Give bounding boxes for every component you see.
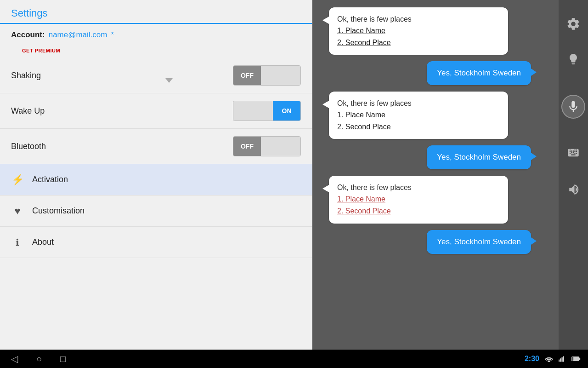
about-label: About bbox=[32, 237, 54, 247]
gear-button[interactable] bbox=[559, 6, 588, 42]
svg-rect-0 bbox=[559, 360, 560, 362]
keyboard-icon bbox=[566, 146, 581, 159]
account-label: Account: bbox=[11, 30, 45, 40]
svg-rect-5 bbox=[572, 357, 573, 361]
about-icon: ℹ bbox=[11, 237, 24, 248]
chat-messages: Ok, there is few places 1. Place Name 2.… bbox=[312, 0, 559, 350]
status-right: 2:30 bbox=[525, 355, 581, 363]
bluetooth-toggle-on-area[interactable] bbox=[261, 137, 300, 156]
nav-back-button[interactable]: ◁ bbox=[7, 351, 22, 366]
status-time: 2:30 bbox=[525, 355, 539, 363]
wakeup-toggle-off-area[interactable] bbox=[233, 101, 273, 121]
svg-rect-1 bbox=[560, 358, 561, 362]
bubble-text-1: Ok, there is few places bbox=[337, 15, 412, 23]
account-row: Account: name@mail.com* bbox=[0, 24, 312, 46]
shaking-label: Shaking bbox=[11, 71, 41, 80]
menu-item-customisation[interactable]: ♥ Customisation bbox=[0, 196, 312, 227]
activation-label: Activation bbox=[32, 175, 68, 184]
signal-icon bbox=[559, 356, 566, 362]
lightbulb-button[interactable] bbox=[559, 42, 588, 79]
wifi-icon bbox=[545, 356, 553, 362]
gear-icon bbox=[566, 17, 581, 31]
shaking-toggle-off[interactable]: OFF bbox=[233, 66, 261, 85]
get-premium-link[interactable]: GET PREMIUM bbox=[11, 48, 71, 57]
chat-bubble-right-2: Yes, Stockholm Sweden bbox=[427, 145, 531, 169]
svg-rect-2 bbox=[561, 357, 562, 362]
wakeup-toggle-on[interactable]: ON bbox=[273, 101, 300, 121]
chat-bubble-left-2: Ok, there is few places 1. Place Name 2.… bbox=[329, 92, 508, 139]
volume-icon bbox=[566, 183, 580, 196]
chat-bubble-right-3: Yes, Stockholm Sweden bbox=[427, 230, 531, 254]
shaking-row: Shaking OFF bbox=[0, 58, 312, 93]
place-link-2-1[interactable]: 1. Place Name bbox=[337, 109, 500, 121]
place-link-2-2[interactable]: 2. Second Place bbox=[337, 121, 500, 133]
wakeup-row: Wake Up ON bbox=[0, 93, 312, 129]
bluetooth-row: Bluetooth OFF bbox=[0, 129, 312, 164]
chat-sidebar bbox=[559, 0, 588, 350]
place-link-1-2[interactable]: 2. Second Place bbox=[337, 37, 500, 49]
shaking-toggle-on-area[interactable] bbox=[261, 66, 300, 85]
chat-bubble-right-1: Yes, Stockholm Sweden bbox=[427, 61, 531, 85]
account-star: * bbox=[111, 30, 114, 40]
volume-button[interactable] bbox=[559, 171, 588, 208]
wakeup-toggle[interactable]: ON bbox=[233, 101, 301, 121]
svg-rect-6 bbox=[579, 358, 581, 360]
lightbulb-icon bbox=[567, 53, 580, 69]
customisation-label: Customisation bbox=[32, 206, 85, 216]
nav-home-button[interactable]: ○ bbox=[33, 352, 45, 366]
wakeup-label: Wake Up bbox=[11, 106, 45, 116]
chat-panel: Ok, there is few places 1. Place Name 2.… bbox=[312, 0, 588, 350]
chat-bubble-left-1: Ok, there is few places 1. Place Name 2.… bbox=[329, 7, 508, 55]
svg-rect-3 bbox=[563, 356, 564, 362]
settings-panel: Settings Account: name@mail.com* GET PRE… bbox=[0, 0, 312, 350]
place-link-3-2[interactable]: 2. Second Place bbox=[337, 205, 500, 217]
activation-icon: ⚡ bbox=[11, 174, 24, 186]
bubble-text-3: Ok, there is few places bbox=[337, 184, 412, 191]
account-email[interactable]: name@mail.com bbox=[49, 30, 107, 40]
menu-item-about[interactable]: ℹ About bbox=[0, 227, 312, 258]
battery-icon bbox=[571, 356, 581, 362]
keyboard-button[interactable] bbox=[559, 134, 588, 171]
bluetooth-toggle[interactable]: OFF bbox=[233, 136, 301, 156]
nav-buttons: ◁ ○ □ bbox=[7, 351, 69, 366]
bluetooth-label: Bluetooth bbox=[11, 142, 46, 151]
mic-outer-circle bbox=[561, 95, 585, 119]
bubble-text-right-2: Yes, Stockholm Sweden bbox=[437, 153, 521, 161]
shaking-toggle[interactable]: OFF bbox=[233, 65, 301, 86]
nav-recent-button[interactable]: □ bbox=[57, 352, 69, 366]
settings-title: Settings bbox=[0, 0, 312, 23]
bubble-text-2: Ok, there is few places bbox=[337, 99, 412, 107]
customisation-icon: ♥ bbox=[11, 205, 24, 217]
bluetooth-toggle-off[interactable]: OFF bbox=[233, 137, 261, 156]
chat-bubble-left-3: Ok, there is few places 1. Place Name 2.… bbox=[329, 176, 508, 223]
dropdown-triangle bbox=[165, 78, 173, 83]
menu-item-activation[interactable]: ⚡ Activation bbox=[0, 164, 312, 196]
bubble-text-right-1: Yes, Stockholm Sweden bbox=[437, 69, 521, 77]
place-link-3-1[interactable]: 1. Place Name bbox=[337, 193, 500, 205]
status-bar: ◁ ○ □ 2:30 bbox=[0, 350, 588, 368]
bubble-text-right-3: Yes, Stockholm Sweden bbox=[437, 237, 521, 246]
microphone-button[interactable] bbox=[559, 79, 588, 134]
place-link-1-1[interactable]: 1. Place Name bbox=[337, 25, 500, 37]
microphone-icon bbox=[566, 100, 580, 114]
